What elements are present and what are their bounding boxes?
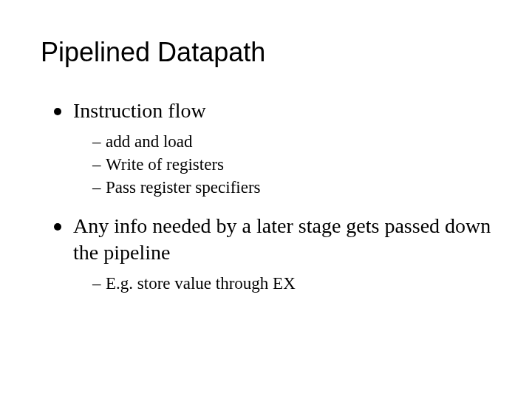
sub-list: –E.g. store value through EX xyxy=(41,272,495,295)
sub-item-text: E.g. store value through EX xyxy=(106,274,296,293)
bullet-item: Instruction flow xyxy=(41,98,495,124)
sub-item: –Pass register specifiers xyxy=(92,176,495,199)
sub-item-text: add and load xyxy=(106,132,193,151)
sub-item: –E.g. store value through EX xyxy=(92,272,495,295)
bullet-icon xyxy=(54,108,61,115)
bullet-icon xyxy=(54,223,61,231)
sub-item: –Write of registers xyxy=(92,153,495,176)
bullet-text: Any info needed by a later stage gets pa… xyxy=(73,213,495,267)
sub-list: –add and load –Write of registers –Pass … xyxy=(41,130,495,199)
bullet-item: Any info needed by a later stage gets pa… xyxy=(41,213,495,267)
sub-item-text: Pass register specifiers xyxy=(106,178,261,197)
sub-item-text: Write of registers xyxy=(106,155,224,174)
bullet-text: Instruction flow xyxy=(73,98,206,124)
slide-title: Pipelined Datapath xyxy=(41,37,495,68)
sub-item: –add and load xyxy=(92,130,495,153)
